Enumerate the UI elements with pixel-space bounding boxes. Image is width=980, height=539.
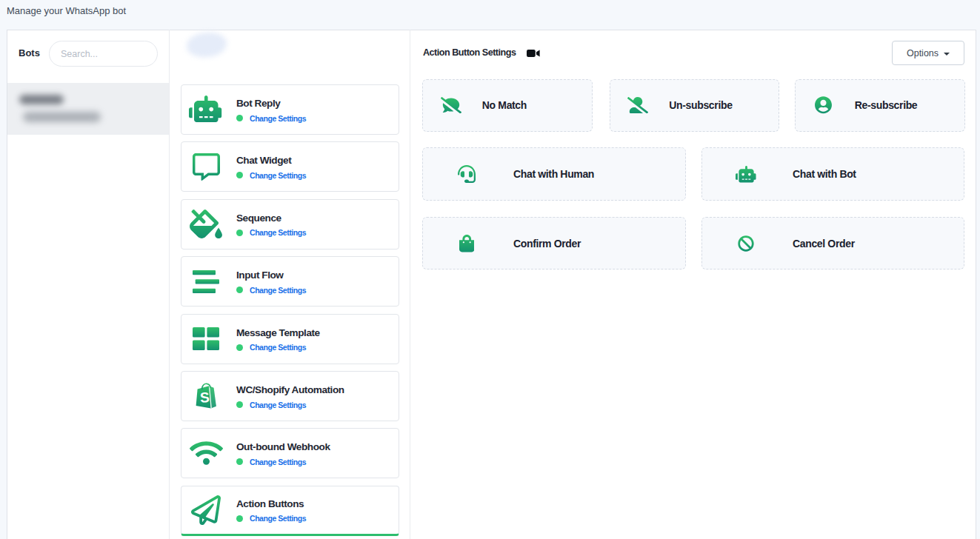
svg-text:S: S <box>199 389 210 406</box>
